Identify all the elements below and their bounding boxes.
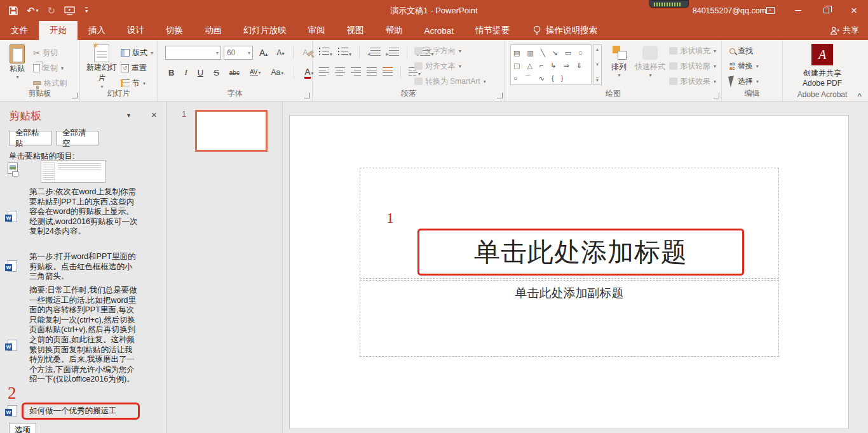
tab-insert[interactable]: 插入 (78, 21, 116, 40)
pane-close-icon[interactable]: × (151, 109, 157, 120)
share-button[interactable]: 共享 (830, 21, 859, 40)
paste-label: 粘贴 (10, 63, 25, 74)
strikethrough-button[interactable]: S (212, 68, 221, 77)
annotation-number-1: 1 (386, 210, 394, 227)
tab-storyboard[interactable]: 情节提要 (465, 21, 520, 40)
layout-button[interactable]: 版式▾ (121, 46, 153, 60)
cut-button[interactable]: ✂剪切 (33, 46, 58, 60)
align-left-button[interactable] (319, 67, 329, 77)
font-size-combo[interactable]: 60▾ (224, 46, 253, 60)
distribute-icon (383, 67, 393, 76)
format-painter-label: 格式刷 (44, 78, 67, 89)
align-center-button[interactable] (335, 67, 345, 77)
copy-icon (33, 64, 40, 72)
increase-font-button[interactable]: A▴ (257, 48, 269, 58)
group-label-clipboard: 剪贴板 (0, 88, 79, 99)
shape-outline-label: 形状轮廓 (680, 61, 710, 72)
strikethrough-abc-button[interactable]: abc (227, 69, 241, 76)
change-case-button[interactable]: Aa▾ (269, 68, 286, 77)
tab-acrobat[interactable]: Acrobat (414, 21, 465, 40)
account-email[interactable]: 840155207@qq.com (693, 0, 766, 21)
align-text-label: 对齐文本 (425, 61, 456, 72)
paste-button[interactable]: 粘贴 ▾ (5, 44, 29, 80)
align-right-button[interactable] (351, 67, 361, 77)
paragraph-row2: ▾ (319, 65, 421, 79)
slide-canvas[interactable]: 1 单击此处添加标题 单击此处添加副标题 (289, 115, 849, 429)
pane-options-button[interactable]: 选项 (9, 423, 36, 433)
shape-effects-button[interactable]: 形状效果▾ (669, 74, 716, 88)
character-spacing-button[interactable]: AV▾ (248, 69, 263, 76)
font-name-combo[interactable]: ▾ (165, 46, 221, 60)
arrange-button[interactable]: 排列 ▾ (607, 46, 631, 78)
new-slide-icon (94, 44, 109, 62)
find-icon (729, 48, 735, 54)
bullets-button[interactable]: ▾ (319, 48, 332, 58)
tab-home[interactable]: 开始 (39, 21, 78, 40)
slide-number: 1 (182, 109, 186, 119)
ribbon-display-options-button[interactable]: ^ (756, 0, 784, 21)
decrease-font-button[interactable]: A▾ (275, 48, 286, 57)
select-button[interactable]: 选择▾ (729, 74, 759, 88)
reset-button[interactable]: ↺重置 (121, 61, 147, 75)
tab-transitions[interactable]: 切换 (155, 21, 194, 40)
word-doc-icon: W (8, 211, 17, 222)
align-text-button[interactable]: 对齐文本▾ (414, 59, 461, 73)
shape-gallery-scrollbar[interactable]: ▴ ▾ ▾ (593, 44, 602, 85)
paste-all-button[interactable]: 全部粘贴 (9, 131, 51, 145)
create-pdf-button[interactable]: A 创建并共享 Adobe PDF (797, 44, 848, 88)
drawing-dialog-launcher[interactable] (714, 93, 719, 98)
replace-label: 替换 (738, 61, 753, 72)
tab-review[interactable]: 审阅 (297, 21, 336, 40)
font-dialog-launcher[interactable] (304, 93, 310, 98)
tab-animations[interactable]: 动画 (194, 21, 233, 40)
pane-menu-dropdown-icon[interactable]: ▾ (127, 112, 130, 119)
workspace: 剪贴板 ▾ × 全部粘贴 全部清空 单击要粘贴的项目: W 第二步:依次在wor… (0, 102, 868, 433)
group-label-drawing: 绘图 (505, 88, 721, 99)
find-button[interactable]: 查找 (729, 44, 753, 58)
shape-outline-button[interactable]: 形状轮廓▾ (669, 59, 716, 73)
gallery-more-icon: ▾ (596, 77, 599, 83)
collapse-ribbon-button[interactable]: ^ (858, 92, 862, 100)
title-placeholder-text[interactable]: 单击此处添加标题 (474, 235, 688, 270)
bold-button[interactable]: B (166, 68, 176, 77)
paragraph-dialog-launcher[interactable] (497, 93, 503, 98)
decrease-indent-button[interactable]: ◂ (367, 48, 381, 58)
slide-thumbnail-1[interactable] (195, 110, 268, 152)
increase-indent-button[interactable]: ▸ (386, 48, 400, 58)
tab-view[interactable]: 视图 (336, 21, 375, 40)
justify-button[interactable] (367, 67, 377, 77)
font-name-dropdown-icon: ▾ (216, 50, 219, 56)
convert-smartart-button[interactable]: 转换为 SmartArt▾ (414, 74, 486, 88)
group-paragraph: ▾ ▾ ◂ ▸ ⇕▾ ▾ 文字方向▾ 对齐文本▾ 转换为 SmartArt▾ 段… (313, 40, 505, 101)
shape-effects-label: 形状效果 (680, 76, 710, 87)
tab-help[interactable]: 帮助 (375, 21, 414, 40)
cut-icon: ✂ (33, 48, 40, 58)
shape-gallery[interactable]: ▤ ▥ ╲ ↘ ▭ ○ ▢ △ ⌐ ↳ ⇒ ⇓ ○ ⌒ ∿ { } (510, 44, 592, 85)
clipboard-pane-title: 剪贴板 (9, 109, 41, 123)
underline-button[interactable]: U (196, 68, 205, 77)
numbering-button[interactable]: ▾ (338, 48, 351, 58)
italic-button[interactable]: I (182, 67, 189, 77)
copy-button[interactable]: 复制▾ (33, 61, 64, 75)
quick-styles-button[interactable]: 快速样式 ▾ (634, 46, 667, 78)
clear-all-button[interactable]: 全部清空 (56, 131, 98, 145)
title-bar: ↶▾ ↻ ▾ 演示文稿1 - PowerPoint 840155207@qq.c… (0, 0, 868, 21)
tell-me-search[interactable]: 操作说明搜索 (520, 21, 597, 40)
tab-design[interactable]: 设计 (116, 21, 155, 40)
close-button[interactable]: × (840, 0, 868, 21)
subtitle-placeholder[interactable]: 单击此处添加副标题 (360, 280, 779, 357)
distribute-button[interactable] (383, 67, 393, 77)
restore-button[interactable] (812, 0, 840, 21)
minimize-button[interactable] (784, 0, 812, 21)
shape-outline-icon (669, 62, 677, 70)
text-direction-button[interactable]: 文字方向▾ (414, 44, 461, 58)
tab-slideshow[interactable]: 幻灯片放映 (233, 21, 297, 40)
new-slide-button[interactable]: 新建幻灯片 ▾ (85, 44, 118, 90)
font-size-value: 60 (227, 48, 235, 57)
tab-file[interactable]: 文件 (0, 21, 39, 40)
replace-button[interactable]: abac替换▾ (729, 59, 759, 73)
clipboard-dialog-launcher[interactable] (72, 93, 78, 98)
word-doc-icon: W (8, 260, 17, 272)
share-person-icon (830, 26, 839, 36)
shape-fill-button[interactable]: 形状填充▾ (669, 44, 716, 58)
